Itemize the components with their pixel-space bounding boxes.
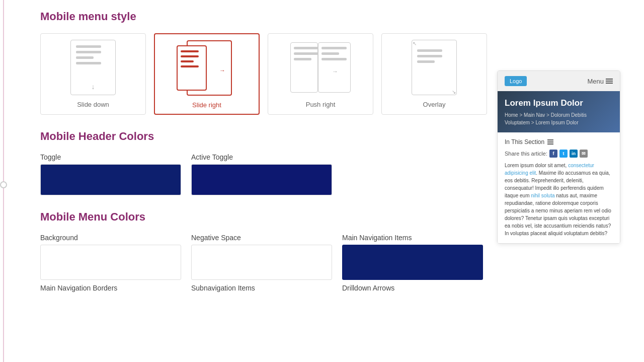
breadcrumb-lorem: Lorem Ipsum Dolor [535, 120, 578, 125]
preview-section-header: In This Section [505, 138, 613, 146]
main-nav-borders-label: Main Navigation Borders [40, 284, 181, 292]
overlay-label: Overlay [423, 101, 446, 108]
preview-body-text: Lorem ipsum dolor sit amet, consectetur … [505, 162, 613, 237]
section-header-label: In This Section [505, 138, 544, 146]
mobile-menu-style-title: Mobile menu style [40, 10, 487, 23]
linkedin-icon[interactable]: in [570, 150, 578, 158]
left-bar [0, 0, 7, 362]
main-nav-items-color-item: Main Navigation Items [342, 234, 483, 280]
breadcrumb-home: Home [505, 112, 518, 118]
push-right-illustration: → [288, 39, 353, 97]
background-color-swatch[interactable] [40, 245, 181, 280]
facebook-icon[interactable]: f [549, 150, 557, 158]
toggle-label: Toggle [40, 153, 181, 161]
breadcrumb-1: Home > Main Nav > Dolorum Debitis [505, 112, 613, 118]
style-card-overlay[interactable]: ↖ ↘ Overlay [381, 33, 487, 115]
style-cards-container: ↓ Slide down [40, 33, 487, 115]
overlay-illustration: ↖ ↘ [401, 39, 467, 97]
subnavigation-items-label: Subnavigation Items [191, 284, 332, 292]
mobile-menu-colors-title: Mobile Menu Colors [40, 210, 487, 224]
twitter-icon[interactable]: t [559, 150, 568, 158]
breadcrumb-dolorum: Dolorum Debitis [551, 112, 587, 118]
negative-space-label: Negative Space [191, 234, 332, 242]
background-label: Background [40, 234, 181, 242]
toggle-color-item: Toggle [40, 153, 181, 195]
preview-hero-title: Lorem Ipsum Dolor [505, 98, 613, 108]
preview-panel: Logo Menu Lorem Ipsum Dolor Home > Main … [497, 70, 620, 244]
main-nav-items-color-swatch[interactable] [342, 245, 483, 280]
active-toggle-color-swatch[interactable] [191, 164, 332, 195]
mobile-header-colors-title: Mobile Header Colors [40, 130, 487, 143]
slide-down-label: Slide down [77, 101, 109, 108]
slide-right-label: Slide right [192, 101, 221, 109]
push-right-label: Push right [306, 101, 336, 108]
preview-menu-button: Menu [587, 78, 613, 85]
toggle-color-swatch[interactable] [40, 164, 181, 195]
breadcrumb-voluptatem: Voluptatem [505, 120, 530, 125]
active-toggle-label: Active Toggle [191, 153, 332, 161]
slide-down-illustration: ↓ [60, 39, 126, 97]
background-color-item: Background [40, 234, 181, 280]
breadcrumb-main-nav: Main Nav [524, 112, 545, 118]
negative-space-color-swatch[interactable] [191, 245, 332, 280]
main-nav-items-label: Main Navigation Items [342, 234, 483, 242]
hamburger-icon [606, 79, 613, 84]
style-card-push-right[interactable]: → Push right [268, 33, 373, 115]
style-card-slide-down[interactable]: ↓ Slide down [40, 33, 146, 115]
menu-label: Menu [587, 78, 604, 85]
preview-header: Logo Menu [498, 71, 620, 91]
drilldown-arrows-label: Drilldown Arrows [342, 284, 483, 292]
active-toggle-color-item: Active Toggle [191, 153, 332, 195]
slide-right-illustration: → [174, 39, 239, 97]
preview-hero: Lorem Ipsum Dolor Home > Main Nav > Dolo… [498, 91, 620, 132]
breadcrumb-2: Voluptatem > Lorem Ipsum Dolor [505, 120, 613, 125]
negative-space-color-item: Negative Space [191, 234, 332, 280]
preview-body: In This Section Share this article: f t … [498, 132, 620, 243]
bottom-labels-row: Main Navigation Borders Subnavigation It… [40, 284, 487, 292]
preview-share: Share this article: f t in ✉ [505, 150, 613, 158]
style-card-slide-right[interactable]: → Slide right [154, 33, 260, 115]
body-link-2[interactable]: nihil soluta [531, 193, 554, 198]
email-icon[interactable]: ✉ [580, 150, 588, 158]
body-text-3: natus aut, maxime repudiandae, ratione d… [505, 193, 611, 236]
body-text-1: Lorem ipsum dolor sit amet, [505, 163, 568, 168]
share-label: Share this article: [505, 151, 547, 157]
preview-logo: Logo [505, 76, 527, 86]
